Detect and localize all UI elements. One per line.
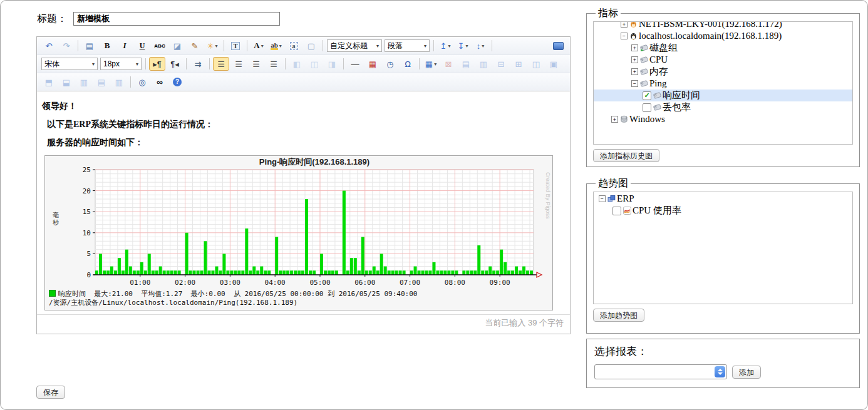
- align-justify-icon[interactable]: ☰: [266, 57, 282, 71]
- redo-icon[interactable]: ↷: [58, 39, 75, 53]
- expand-icon[interactable]: +: [631, 56, 638, 63]
- tree-item-cpu[interactable]: +CPU: [594, 54, 852, 66]
- paragraph-format-select[interactable]: 段落▾: [385, 39, 430, 52]
- svg-text:02:00: 02:00: [175, 279, 195, 287]
- collapse-icon[interactable]: −: [631, 80, 638, 87]
- image-center-icon: ◫: [306, 57, 323, 71]
- tree-item-localhost[interactable]: −localhost.localdomain(192.168.1.189): [594, 30, 852, 42]
- chevron-down-icon: ▾: [136, 61, 138, 67]
- insert-table-icon[interactable]: ▦▾: [423, 57, 439, 71]
- indent-icon[interactable]: ⇉: [190, 57, 206, 71]
- preview-icon[interactable]: ◎: [134, 75, 150, 89]
- remove-format-icon[interactable]: ◪: [169, 39, 185, 53]
- editor-content-area[interactable]: 领导好！ 以下是ERP系统关键指标昨日的运行情况： 服务器的响应时间如下： 05…: [37, 91, 570, 314]
- chevron-down-icon: ▾: [376, 43, 379, 49]
- tree-item-cpu-usage[interactable]: CPU 使用率: [594, 205, 852, 217]
- add-report-button[interactable]: 添加: [732, 366, 761, 379]
- tag-icon: [640, 56, 648, 64]
- inline-code-icon[interactable]: a: [286, 39, 302, 53]
- align-center-icon[interactable]: ☰: [230, 57, 247, 71]
- new-document-icon[interactable]: ▢: [303, 39, 319, 53]
- special-char-icon[interactable]: Ω: [400, 57, 416, 71]
- line-height-icon[interactable]: ↕▾: [472, 39, 488, 53]
- tree-item-memory[interactable]: +内存: [594, 66, 852, 78]
- toolbar-separator: [247, 40, 247, 51]
- rtl-paragraph-icon[interactable]: ¶◂: [167, 57, 183, 71]
- toolbar-separator: [78, 40, 78, 51]
- tree-item-label: 内存: [649, 66, 668, 78]
- expand-icon[interactable]: +: [631, 44, 638, 51]
- underline-icon[interactable]: U: [134, 39, 150, 53]
- checkbox-unchecked[interactable]: [612, 207, 621, 215]
- collapse-icon[interactable]: −: [599, 195, 606, 202]
- ltr-paragraph-icon[interactable]: ▸¶: [149, 57, 165, 71]
- expand-icon[interactable]: +: [631, 68, 638, 75]
- font-color-icon[interactable]: A▾: [251, 39, 267, 53]
- add-trend-chart-button[interactable]: 添加趋势图: [593, 309, 644, 322]
- ping-chart-image[interactable]: 051015202501:0002:0003:0004:0005:0006:00…: [44, 155, 553, 310]
- insert-col-icon: ▥: [76, 75, 92, 89]
- indicators-panel: 指标 +NETI-BSM-LKY-001(192.168.1.172)−loca…: [586, 7, 860, 167]
- margin-bottom-icon[interactable]: ↧▾: [455, 39, 471, 53]
- insert-date-icon[interactable]: ▦: [364, 57, 381, 71]
- strikethrough-icon[interactable]: ABC: [152, 39, 168, 53]
- heading-style-select[interactable]: 自定义标题▾: [327, 39, 382, 52]
- align-left-icon[interactable]: ☰: [213, 57, 229, 71]
- tree-item-neti-bsm-lky-001[interactable]: +NETI-BSM-LKY-001(192.168.1.172): [594, 21, 852, 30]
- char-count: 当前已输入 39 个字符: [485, 318, 564, 327]
- fullscreen-icon[interactable]: [550, 39, 566, 53]
- indicators-tree[interactable]: +NETI-BSM-LKY-001(192.168.1.172)−localho…: [593, 21, 853, 145]
- add-indicator-history-button[interactable]: 添加指标历史图: [593, 149, 659, 162]
- horizontal-rule-icon[interactable]: —: [347, 57, 363, 71]
- tree-item-erp[interactable]: −ERP: [594, 193, 852, 205]
- table-prop-icon: ▤: [458, 57, 474, 71]
- expand-icon[interactable]: +: [611, 116, 618, 123]
- tree-item-disk-group[interactable]: +磁盘组: [594, 42, 852, 54]
- tree-item-ping[interactable]: −Ping: [594, 78, 852, 90]
- template-title-row: 标题：: [37, 12, 280, 26]
- report-select-label: 选择报表：: [594, 344, 852, 359]
- margin-top-icon[interactable]: ↥▾: [437, 39, 453, 53]
- help-icon[interactable]: ?: [169, 75, 185, 89]
- format-painter-icon[interactable]: ✎: [187, 39, 203, 53]
- trend-tree[interactable]: −ERPCPU 使用率: [593, 192, 853, 304]
- editor-statusbar: 当前已输入 39 个字符: [37, 314, 570, 334]
- tree-item-windows[interactable]: +Windows: [594, 113, 852, 125]
- align-right-icon[interactable]: ☰: [248, 57, 264, 71]
- toolbar-separator: [492, 40, 492, 51]
- undo-icon[interactable]: ↶: [41, 39, 57, 53]
- font-family-select[interactable]: 宋体▾: [41, 58, 98, 70]
- merge-down-icon: ⊞: [510, 57, 527, 71]
- report-select[interactable]: [594, 364, 727, 379]
- select-stepper-icon[interactable]: [715, 366, 725, 377]
- tag-icon: [653, 103, 661, 111]
- erp-icon: [607, 195, 616, 203]
- svg-text:25: 25: [83, 166, 91, 174]
- tag-arrow-icon: [640, 44, 648, 52]
- expand-icon[interactable]: +: [621, 21, 628, 28]
- merge-right-icon: ⊟: [493, 57, 509, 71]
- chevron-down-icon: ▾: [482, 43, 484, 49]
- quick-typeset-icon[interactable]: ▤: [81, 39, 98, 53]
- italic-icon[interactable]: I: [116, 39, 133, 53]
- template-title-input[interactable]: [73, 12, 280, 26]
- collapse-icon[interactable]: −: [621, 33, 628, 39]
- tree-item-packet-loss[interactable]: 丢包率: [594, 101, 852, 113]
- image-left-icon: ◧: [289, 57, 305, 71]
- insert-time-icon[interactable]: ◷: [382, 57, 398, 71]
- paste-as-text-icon[interactable]: T: [227, 39, 244, 53]
- checkbox-unchecked[interactable]: [643, 103, 651, 112]
- save-button[interactable]: 保存: [36, 386, 65, 399]
- find-replace-icon[interactable]: ∞: [152, 75, 168, 89]
- app-window: 标题： ↶↷▤BIUABC◪✎✳▾TA▾ab▾a▢自定义标题▾段落▾↥▾↧▾↕▾…: [0, 0, 868, 410]
- magic-format-icon[interactable]: ✳▾: [204, 39, 220, 53]
- host-orange-icon: [629, 21, 638, 28]
- tree-item-response-time[interactable]: ✓响应时间: [594, 90, 852, 101]
- delete-row-icon: ▤: [93, 75, 110, 89]
- chart-legend-line1: 响应时间 最大:21.00 平均值:1.27 最小:0.00 从 2016/05…: [45, 290, 552, 299]
- checkbox-checked[interactable]: ✓: [643, 91, 651, 100]
- font-size-select[interactable]: 18px▾: [100, 58, 142, 70]
- legend-swatch-icon: [49, 290, 56, 297]
- bold-icon[interactable]: B: [99, 39, 115, 53]
- highlight-color-icon[interactable]: ab▾: [268, 39, 284, 53]
